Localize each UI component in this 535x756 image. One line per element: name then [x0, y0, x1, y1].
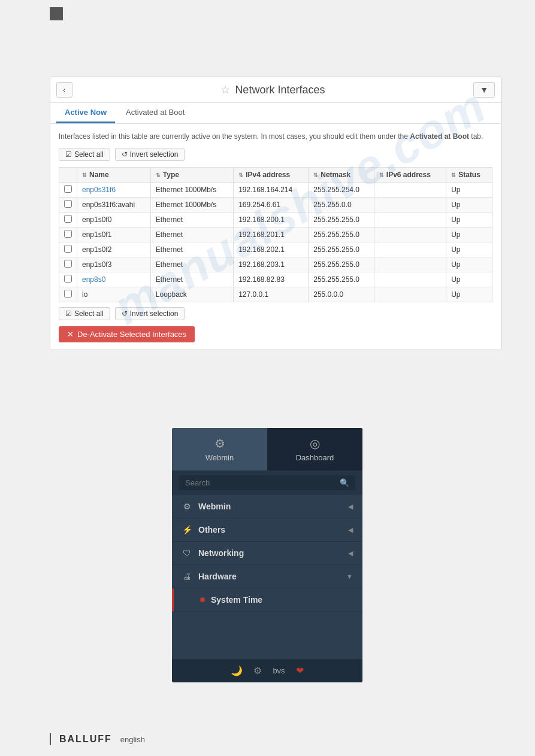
row-status: Up: [446, 242, 492, 257]
sidebar-menu-icon-others: ⚡: [182, 525, 192, 535]
select-all-button-bottom[interactable]: ☑ Select all: [59, 307, 110, 320]
back-button[interactable]: ‹: [56, 82, 72, 98]
heart-icon[interactable]: ❤: [296, 665, 304, 676]
interface-link[interactable]: enp0s31f6: [82, 186, 116, 194]
row-ipv4: 192.168.200.1: [234, 212, 309, 227]
invert-selection-button-bottom[interactable]: ↺ Invert selection: [115, 307, 185, 320]
row-ipv4: 192.168.164.214: [234, 183, 309, 198]
footer-logo: BALLUFF: [59, 734, 112, 745]
sidebar-menu: ⚙Webmin◀⚡Others◀🛡Networking◀🖨Hardware▼: [172, 495, 362, 588]
panel-title-container: ☆ Network Interfaces: [220, 83, 325, 96]
table-header-ipv4: ⇅IPv4 address: [234, 168, 309, 183]
sidebar-menu-left-3: 🖨Hardware: [182, 572, 237, 581]
row-status: Up: [446, 227, 492, 242]
sidebar-menu-icon-networking: 🛡: [182, 548, 192, 558]
filter-button[interactable]: ▼: [473, 82, 495, 98]
footer: BALLUFF english: [50, 733, 145, 745]
row-name: lo: [77, 287, 151, 302]
row-ipv6: [374, 198, 446, 212]
sidebar-tabs: ⚙ Webmin ◎ Dashboard: [172, 428, 362, 470]
row-netmask: 255.255.255.0: [309, 272, 374, 287]
footer-language: english: [120, 735, 145, 744]
table-header-netmask: ⇅Netmask: [309, 168, 374, 183]
sidebar-menu-label-webmin: Webmin: [198, 502, 231, 511]
table-header-checkbox: [59, 168, 77, 183]
row-checkbox[interactable]: [64, 245, 72, 253]
star-icon: ☆: [220, 83, 230, 96]
row-checkbox-cell: [59, 183, 77, 198]
row-name: enp1s0f3: [77, 257, 151, 272]
table-header-name: ⇅Name: [77, 168, 151, 183]
deactivate-button[interactable]: ✕ De-Activate Selected Interfaces: [59, 326, 195, 342]
sidebar-menu-icon-webmin: ⚙: [182, 502, 192, 511]
share-icon[interactable]: ⚙: [253, 665, 262, 676]
row-checkbox[interactable]: [64, 185, 72, 193]
row-status: Up: [446, 287, 492, 302]
webmin-icon: ⚙: [214, 436, 225, 451]
row-ipv6: [374, 257, 446, 272]
row-type: Ethernet: [150, 257, 233, 272]
row-type: Ethernet: [150, 272, 233, 287]
row-ipv6: [374, 272, 446, 287]
row-checkbox-cell: [59, 242, 77, 257]
row-netmask: 255.255.255.0: [309, 242, 374, 257]
system-time-label: System Time: [211, 595, 262, 605]
row-type: Ethernet 1000Mb/s: [150, 198, 233, 212]
moon-icon[interactable]: 🌙: [231, 665, 243, 676]
select-all-button-top[interactable]: ☑ Select all: [59, 148, 110, 161]
action-buttons-bottom: ☑ Select all ↺ Invert selection: [59, 307, 492, 320]
row-name: enp1s0f1: [77, 227, 151, 242]
table-row: enp8s0Ethernet192.168.82.83255.255.255.0…: [59, 272, 492, 287]
tab-active-now[interactable]: Active Now: [56, 103, 115, 123]
row-ipv6: [374, 212, 446, 227]
sidebar-tab-dashboard[interactable]: ◎ Dashboard: [267, 428, 362, 470]
tab-activated-at-boot[interactable]: Activated at Boot: [117, 103, 193, 123]
sidebar-webmin-label: Webmin: [205, 453, 234, 462]
row-netmask: 255.255.255.0: [309, 257, 374, 272]
search-input[interactable]: [185, 478, 336, 487]
sidebar-menu-item-others[interactable]: ⚡Others◀: [172, 518, 362, 542]
dashboard-icon: ◎: [310, 436, 320, 451]
row-checkbox[interactable]: [64, 215, 72, 223]
sidebar-menu-item-webmin[interactable]: ⚙Webmin◀: [172, 495, 362, 518]
search-icon: 🔍: [340, 478, 349, 487]
table-header-status: ⇅Status: [446, 168, 492, 183]
table-row: enp1s0f1Ethernet192.168.201.1255.255.255…: [59, 227, 492, 242]
row-netmask: 255.255.255.0: [309, 212, 374, 227]
row-ipv4: 127.0.0.1: [234, 287, 309, 302]
sidebar-menu-label-others: Others: [198, 525, 225, 535]
row-type: Ethernet: [150, 212, 233, 227]
table-header-type: ⇅Type: [150, 168, 233, 183]
row-type: Loopback: [150, 287, 233, 302]
sub-item-dot: [200, 597, 205, 602]
row-name: enp1s0f0: [77, 212, 151, 227]
sidebar-menu-item-hardware[interactable]: 🖨Hardware▼: [172, 565, 362, 588]
table-row: loLoopback127.0.0.1255.0.0.0Up: [59, 287, 492, 302]
row-checkbox-cell: [59, 212, 77, 227]
invert-icon-bottom: ↺: [122, 309, 128, 318]
info-text: Interfaces listed in this table are curr…: [59, 131, 492, 142]
username-label: bvs: [273, 666, 285, 675]
row-checkbox[interactable]: [64, 290, 72, 297]
sidebar-menu-item-networking[interactable]: 🛡Networking◀: [172, 542, 362, 565]
invert-icon-top: ↺: [122, 150, 128, 159]
sidebar-tab-webmin[interactable]: ⚙ Webmin: [172, 428, 267, 470]
row-type: Ethernet: [150, 227, 233, 242]
table-row: enp1s0f0Ethernet192.168.200.1255.255.255…: [59, 212, 492, 227]
row-checkbox[interactable]: [64, 230, 72, 238]
sidebar-menu-left-0: ⚙Webmin: [182, 502, 231, 511]
row-ipv6: [374, 227, 446, 242]
table-row: enp1s0f2Ethernet192.168.202.1255.255.255…: [59, 242, 492, 257]
row-ipv4: 192.168.203.1: [234, 257, 309, 272]
row-checkbox[interactable]: [64, 260, 72, 268]
invert-selection-button-top[interactable]: ↺ Invert selection: [115, 148, 185, 161]
table-header-ipv6: ⇅IPv6 address: [374, 168, 446, 183]
sidebar-menu-icon-hardware: 🖨: [182, 572, 192, 581]
interface-link[interactable]: enp8s0: [82, 275, 105, 284]
sidebar-menu-left-2: 🛡Networking: [182, 548, 244, 558]
row-checkbox-cell: [59, 272, 77, 287]
row-checkbox[interactable]: [64, 275, 72, 283]
row-checkbox[interactable]: [64, 200, 72, 208]
row-ipv6: [374, 287, 446, 302]
sidebar-sub-item-system-time[interactable]: System Time: [172, 588, 362, 612]
